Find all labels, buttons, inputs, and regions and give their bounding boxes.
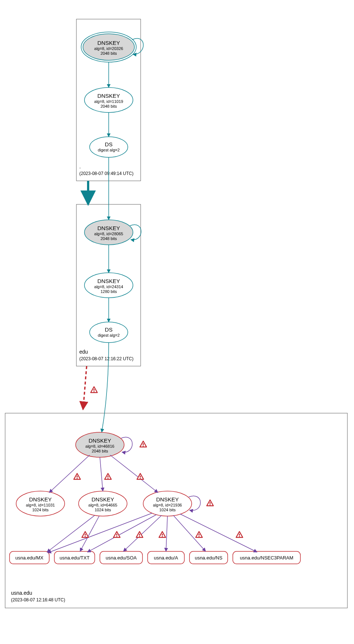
edge-d3-ns [173, 515, 206, 551]
edu-ksk-line2: 2048 bits [101, 236, 117, 241]
warning-icon [74, 473, 80, 479]
edge-d3-mx [48, 513, 152, 553]
edge-d3-nsec [180, 514, 257, 552]
node-usna-d2: DNSKEY alg=8, id=64665 1024 bits [79, 491, 127, 516]
zone-usna-timestamp: (2023-08-07 12:16:48 UTC) [11, 597, 65, 602]
warning-icon [82, 532, 88, 537]
warning-icon [207, 500, 213, 506]
root-zsk-line1: alg=8, id=11019 [94, 99, 123, 104]
edge-d2-mx [47, 515, 95, 552]
edu-ds-title: DS [105, 326, 113, 333]
root-ksk-line1: alg=8, id=20326 [94, 46, 123, 51]
rrset-txt: usna.edu/TXT [54, 551, 95, 564]
warning-icon [136, 532, 143, 537]
usna-d2-title: DNSKEY [91, 496, 114, 502]
warning-icon [159, 532, 166, 537]
root-zsk-title: DNSKEY [97, 93, 120, 99]
edge-d3-txt [87, 515, 156, 552]
edge-edu-to-usna-deleg [83, 366, 87, 409]
node-root-zsk: DNSKEY alg=8, id=11019 2048 bits [84, 87, 133, 112]
edge-d2-txt [80, 516, 99, 551]
usna-ksk-line2: 2048 bits [92, 449, 108, 453]
edge-ksk-d2 [100, 457, 103, 491]
warning-icon [140, 441, 147, 447]
rrset-txt-text: usna.edu/TXT [59, 555, 90, 561]
usna-d2-line1: alg=8, id=64665 [88, 503, 118, 507]
usna-d3-line1: alg=8, id=21936 [153, 503, 182, 507]
usna-d3-line2: 1024 bits [159, 508, 176, 512]
node-edu-ds: DS digest alg=2 [90, 322, 128, 343]
root-ds-line1: digest alg=2 [98, 148, 120, 152]
warning-icon [91, 387, 97, 393]
zone-root-label: . [79, 164, 81, 169]
node-usna-d3: DNSKEY alg=8, id=21936 1024 bits [143, 491, 192, 516]
root-ksk-line2: 2048 bits [101, 51, 117, 56]
edge-d3-a [166, 516, 167, 551]
warning-icon [137, 473, 144, 479]
rrset-nsec-text: usna.edu/NSEC3PARAM [240, 555, 293, 561]
rrset-ns-text: usna.edu/NS [195, 555, 222, 561]
edge-ksk-d3 [110, 455, 158, 493]
edu-zsk-line2: 1280 bits [101, 289, 117, 294]
warning-icon [113, 532, 120, 537]
root-ksk-title: DNSKEY [97, 40, 120, 46]
node-usna-d1: DNSKEY alg=8, id=11031 1024 bits [16, 491, 65, 516]
edu-ds-line1: digest alg=2 [98, 333, 120, 337]
warning-icon [236, 532, 243, 537]
rrset-nsec: usna.edu/NSEC3PARAM [233, 551, 300, 564]
usna-d3-title: DNSKEY [156, 496, 179, 502]
edu-ksk-title: DNSKEY [97, 225, 120, 231]
usna-ksk-title: DNSKEY [88, 437, 111, 444]
node-usna-ksk: DNSKEY alg=8, id=46816 2048 bits [76, 432, 124, 457]
edge-d3-soa [123, 515, 162, 551]
rrset-a: usna.edu/A [148, 551, 184, 564]
zone-edu-label: edu [79, 349, 88, 355]
node-edu-zsk: DNSKEY alg=8, id=24314 1280 bits [84, 273, 133, 298]
rrset-soa: usna.edu/SOA [100, 551, 142, 564]
node-edu-ksk: DNSKEY alg=8, id=28065 2048 bits [84, 220, 133, 245]
edu-zsk-line1: alg=8, id=24314 [94, 285, 123, 289]
usna-d1-line1: alg=8, id=11031 [26, 503, 55, 507]
rrset-a-text: usna.edu/A [154, 555, 178, 561]
root-ds-title: DS [105, 141, 113, 147]
node-root-ksk: DNSKEY alg=8, id=20326 2048 bits [81, 32, 136, 62]
rrset-ns: usna.edu/NS [189, 551, 228, 564]
zone-root-timestamp: (2023-08-07 09:49:14 UTC) [79, 171, 133, 176]
usna-d2-line2: 1024 bits [95, 508, 111, 512]
dnssec-graph: . (2023-08-07 09:49:14 UTC) edu (2023-08… [0, 0, 354, 644]
edu-ksk-line1: alg=8, id=28065 [94, 232, 123, 236]
rrset-mx: usna.edu/MX [10, 551, 49, 564]
usna-ksk-line1: alg=8, id=46816 [86, 444, 115, 448]
root-zsk-line2: 2048 bits [101, 104, 117, 108]
edge-ksk-d1 [49, 455, 90, 493]
usna-d1-title: DNSKEY [29, 496, 52, 502]
node-root-ds: DS digest alg=2 [90, 137, 128, 157]
edu-zsk-title: DNSKEY [97, 278, 120, 284]
zone-edu-timestamp: (2023-08-07 12:16:22 UTC) [79, 356, 133, 361]
rrset-mx-text: usna.edu/MX [15, 555, 44, 561]
usna-d1-line2: 1024 bits [32, 508, 49, 512]
zone-usna-label: usna.edu [11, 590, 32, 596]
warning-icon [105, 473, 111, 479]
warning-icon [196, 532, 202, 537]
rrset-soa-text: usna.edu/SOA [106, 555, 137, 561]
